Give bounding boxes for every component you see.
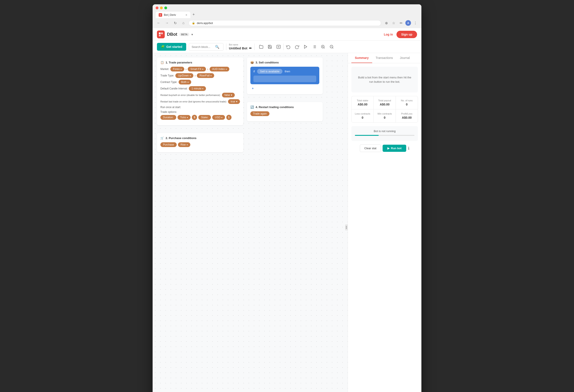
candle-interval-label: Default Candle Interval: <box>160 87 187 90</box>
chevron-icon-12: ▾ <box>187 144 188 146</box>
get-started-button[interactable]: 🧩 Get started <box>157 43 186 51</box>
list-button[interactable] <box>310 43 318 51</box>
trade-again-row: Trade again <box>250 111 319 116</box>
signup-button[interactable]: Sign up <box>396 31 417 38</box>
minimize-window-btn[interactable] <box>160 6 163 9</box>
market-forex-chip[interactable]: Forex ▾ <box>170 67 184 72</box>
loss-contracts-value: 0 <box>353 116 372 119</box>
run-bot-button[interactable]: ▶ Run bot <box>383 145 406 152</box>
zoom-in-button[interactable] <box>319 43 327 51</box>
restart-error-row: Restart buy/sell on error (disable for b… <box>160 93 240 97</box>
canvas-area[interactable]: 📋 1. Trade parameters Market: Forex ▾ <box>153 53 348 392</box>
info-button[interactable]: ℹ <box>408 146 410 151</box>
chevron-icon-3: ▾ <box>226 68 227 70</box>
home-btn[interactable]: ⌂ <box>180 20 186 26</box>
no-runs-cell: No. of runs 0 <box>396 96 418 109</box>
restart-error-chip[interactable]: false ▾ <box>222 93 235 97</box>
block3-icon: 📦 <box>250 61 254 64</box>
candle-interval-chip[interactable]: 1 minute ▾ <box>189 86 206 91</box>
search-input[interactable] <box>192 45 213 49</box>
tab-journal[interactable]: Journal <box>396 53 413 63</box>
market-smartfx-chip[interactable]: Smart FX ▾ <box>188 67 206 72</box>
toolbar-divider-2 <box>254 43 255 50</box>
logo-chevron-icon[interactable]: ▾ <box>191 33 193 36</box>
sell-condition-value: Sell is available <box>260 70 280 73</box>
save-as-button[interactable] <box>275 43 283 51</box>
user-avatar[interactable]: A <box>405 20 411 26</box>
bot-status-box: Bot is not running <box>351 126 418 141</box>
duration-num-chip[interactable]: 5 <box>192 115 197 120</box>
chevron-icon-7: ▾ <box>202 88 203 90</box>
contract-both-chip[interactable]: Both ▾ <box>179 80 191 84</box>
menu-icon[interactable]: ⋮ <box>412 20 418 26</box>
contract-type-label: Contract Type: <box>160 81 177 84</box>
tab-title: Bot | Deriv <box>164 13 176 17</box>
new-tab-btn[interactable]: + <box>191 12 197 18</box>
trade-options-label: Trade options: <box>160 111 240 113</box>
run-button[interactable] <box>302 43 309 51</box>
maximize-window-btn[interactable] <box>164 6 167 9</box>
active-tab[interactable]: D Bot | Deriv × <box>156 12 190 18</box>
bookmark-icon[interactable]: ☆ <box>391 20 397 26</box>
stake-amount-chip[interactable]: 1 <box>226 115 231 120</box>
trade-type-row: Trade Type: Up/Down ▾ › Rise/Fall ▾ <box>160 73 240 78</box>
toolbar-divider-3 <box>283 43 284 50</box>
panel-tabs: Summary Transactions Journal <box>348 53 421 63</box>
total-stake-label: Total stake <box>353 99 372 102</box>
restart-last-chip[interactable]: true ▾ <box>228 99 240 104</box>
side-handle[interactable] <box>345 224 348 230</box>
close-window-btn[interactable] <box>156 6 159 9</box>
refresh-btn[interactable]: ↻ <box>172 20 178 26</box>
trade-again-chip[interactable]: Trade again <box>250 111 269 116</box>
clear-stat-button[interactable]: Clear stat <box>360 145 381 152</box>
trade-risefall-chip[interactable]: Rise/Fall ▾ <box>197 73 214 78</box>
purchase-row: Purchase Rise ▾ <box>160 142 240 147</box>
bot-name-area: Bot name Untitled Bot ✏ <box>229 43 252 50</box>
block1-icon: 📋 <box>160 61 164 64</box>
tab-summary[interactable]: Summary <box>351 53 372 63</box>
save-button[interactable] <box>266 43 274 51</box>
login-button[interactable]: Log in <box>380 31 396 38</box>
profit-loss-value: A$0.00 <box>398 116 416 119</box>
open-file-button[interactable] <box>257 43 265 51</box>
block4-title: 🔄 4. Restart trading conditions <box>250 106 319 109</box>
trade-parameters-block: 📋 1. Trade parameters Market: Forex ▾ <box>157 57 244 125</box>
trade-updown-chip[interactable]: Up/Down ▾ <box>175 73 193 78</box>
forward-btn[interactable]: → <box>164 20 170 26</box>
url-bar[interactable]: 🔒 deriv.app/bot <box>189 20 381 26</box>
redo-button[interactable] <box>293 43 301 51</box>
total-stake-cell: Total stake A$0.00 <box>352 96 373 109</box>
chevron-icon-8: ▾ <box>231 93 232 97</box>
duration-label-chip: Duration: <box>160 115 176 120</box>
restart-last-label: Restart last trade on error (bot ignores… <box>160 100 227 103</box>
progress-bar <box>355 135 414 136</box>
pen-icon[interactable]: ✏ <box>398 20 404 26</box>
search-block[interactable]: 🔍 <box>189 43 224 51</box>
win-contracts-label: Win contracts <box>375 112 394 115</box>
chevron-icon-11: ▾ <box>221 116 222 119</box>
purchase-rise-chip[interactable]: Rise ▾ <box>178 142 190 147</box>
run-once-row: Run once at start: <box>160 106 240 109</box>
edit-bot-name-icon[interactable]: ✏ <box>249 46 252 50</box>
market-aud-chip[interactable]: AUD Index ▾ <box>210 67 229 72</box>
tab-transactions[interactable]: Transactions <box>372 53 396 63</box>
browser-window: D Bot | Deriv × + ← → ↻ ⌂ 🔒 deriv.app/bo… <box>153 4 421 392</box>
extension-icon[interactable]: ⊕ <box>383 20 389 26</box>
add-condition-btn[interactable]: + <box>250 86 255 91</box>
stake-currency-chip[interactable]: USD ▾ <box>212 115 225 120</box>
tab-close-btn[interactable]: × <box>185 13 187 17</box>
bot-name-value: Untitled Bot <box>229 46 247 50</box>
undo-button[interactable] <box>284 43 292 51</box>
get-started-label: Get started <box>166 45 182 49</box>
restart-last-row: Restart last trade on error (bot ignores… <box>160 99 240 104</box>
bot-name-input: Untitled Bot ✏ <box>229 46 252 50</box>
back-btn[interactable]: ← <box>156 20 162 26</box>
duration-ticks-chip[interactable]: Ticks ▾ <box>178 115 191 120</box>
block2-title: 🛒 2. Purchase conditions <box>160 136 240 140</box>
zoom-out-button[interactable] <box>328 43 336 51</box>
canvas-col-right: 📦 3. Sell conditions if Sell is availabl… <box>247 57 323 126</box>
if-label: if <box>253 70 255 73</box>
panel-actions: Clear stat ▶ Run bot ℹ <box>351 145 418 154</box>
market-label: Market: <box>160 68 169 71</box>
progress-bar-fill <box>355 135 379 136</box>
